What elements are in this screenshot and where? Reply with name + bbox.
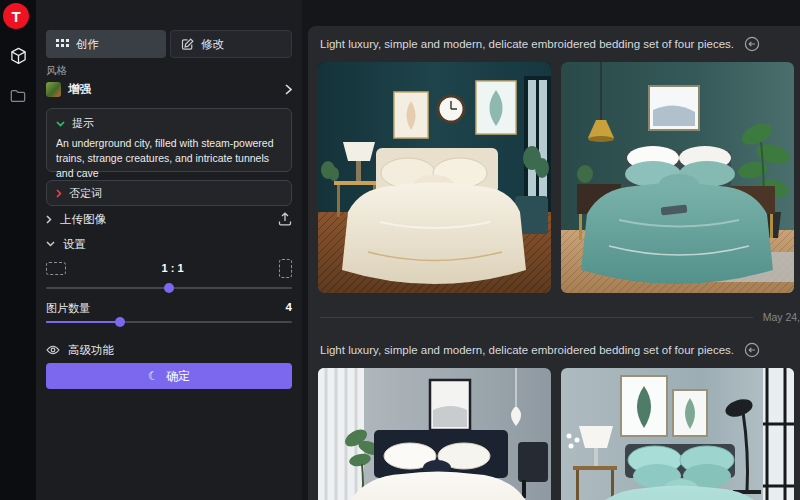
style-value: 增强 — [68, 82, 91, 97]
tab-modify[interactable]: 修改 — [170, 30, 292, 58]
slider-thumb[interactable] — [115, 317, 125, 327]
upload-image-label: 上传图像 — [60, 212, 106, 227]
style-selector[interactable]: 增强 — [46, 80, 292, 98]
upload-icon[interactable] — [278, 212, 292, 226]
date-label: May 24, — [763, 311, 800, 323]
generated-image-1[interactable] — [318, 62, 551, 293]
reuse-prompt-icon[interactable] — [744, 342, 760, 358]
mode-tabs: 创作 修改 — [46, 30, 292, 58]
generation-prompt: Light luxury, simple and modern, delicat… — [320, 344, 734, 356]
icon-rail: T — [0, 0, 36, 500]
eye-icon — [46, 345, 60, 355]
edit-icon — [181, 38, 194, 51]
prompt-label: 提示 — [72, 116, 94, 131]
chevron-right-icon — [46, 215, 52, 224]
date-divider: May 24, — [320, 311, 800, 323]
moon-icon: ☾ — [148, 370, 159, 382]
generated-image-4[interactable] — [561, 368, 794, 500]
folder-icon[interactable] — [9, 87, 27, 105]
aspect-ratio-value: 1 : 1 — [66, 262, 279, 274]
advanced-features-label: 高级功能 — [68, 343, 114, 358]
generated-image-3[interactable] — [318, 368, 551, 500]
style-section-label: 风格 — [46, 64, 67, 78]
grid-icon — [56, 39, 69, 50]
tab-modify-label: 修改 — [201, 37, 224, 52]
settings-label: 设置 — [63, 237, 86, 252]
generation-header: Light luxury, simple and modern, delicat… — [320, 36, 790, 52]
settings-row[interactable]: 设置 — [46, 236, 292, 252]
image-count-label: 图片数量 — [46, 301, 90, 316]
divider-line — [320, 317, 753, 318]
style-thumbnail — [46, 82, 61, 97]
generated-image-2[interactable] — [561, 62, 794, 293]
image-row — [318, 368, 794, 500]
aspect-ratio-control: 1 : 1 — [46, 258, 292, 278]
confirm-button-label: 确定 — [166, 368, 190, 385]
control-panel: 创作 修改 风格 增强 提示 An underground city, fill… — [36, 0, 302, 500]
image-count-slider[interactable] — [46, 317, 292, 327]
prompt-box[interactable]: 提示 An underground city, filled with stea… — [46, 108, 292, 172]
chevron-right-icon — [285, 84, 292, 95]
prompt-input[interactable]: An underground city, filled with steam-p… — [56, 136, 282, 182]
negative-words-box[interactable]: 否定词 — [46, 180, 292, 206]
cube-icon[interactable] — [9, 47, 27, 65]
landscape-icon[interactable] — [46, 262, 66, 275]
generation-prompt: Light luxury, simple and modern, delicat… — [320, 38, 734, 50]
chevron-down-icon — [46, 241, 55, 247]
tab-create-label: 创作 — [76, 37, 99, 52]
generation-header: Light luxury, simple and modern, delicat… — [320, 342, 790, 358]
app-logo[interactable]: T — [3, 3, 29, 29]
image-count-row: 图片数量 4 — [46, 301, 292, 316]
aspect-ratio-slider[interactable] — [46, 283, 292, 293]
upload-image-row[interactable]: 上传图像 — [46, 210, 292, 228]
image-row — [318, 62, 794, 293]
tab-create[interactable]: 创作 — [46, 30, 166, 58]
portrait-icon[interactable] — [279, 259, 292, 278]
chevron-down-icon — [56, 121, 65, 127]
generation-feed: Light luxury, simple and modern, delicat… — [308, 26, 800, 500]
slider-thumb[interactable] — [164, 283, 174, 293]
negative-words-label: 否定词 — [69, 186, 102, 201]
image-count-value: 4 — [286, 301, 292, 316]
advanced-features-row[interactable]: 高级功能 — [46, 342, 292, 358]
chevron-right-icon — [56, 189, 62, 198]
reuse-prompt-icon[interactable] — [744, 36, 760, 52]
confirm-button[interactable]: ☾ 确定 — [46, 363, 292, 389]
